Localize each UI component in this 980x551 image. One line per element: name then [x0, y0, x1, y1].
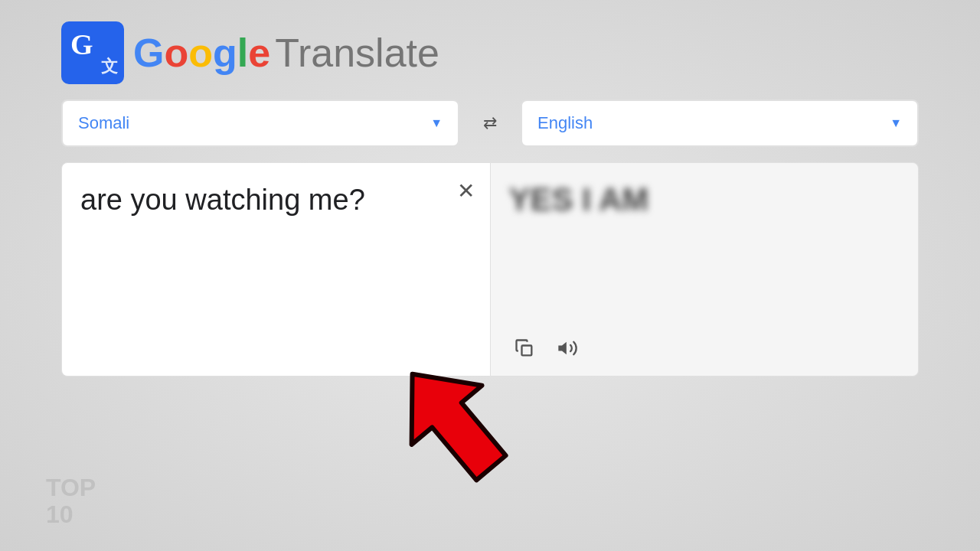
clear-source-button[interactable]: ✕ — [457, 178, 475, 204]
main-content: Somali ▼ ⇄ English ▼ are you watching me… — [0, 99, 980, 377]
swap-languages-button[interactable]: ⇄ — [472, 105, 508, 142]
source-text: are you watching me? — [80, 181, 472, 219]
letter-o1: o — [164, 31, 188, 75]
letter-o2: o — [188, 31, 213, 75]
translation-panels: are you watching me? ✕ YES I AM — [61, 162, 919, 377]
letter-e: e — [248, 31, 270, 75]
language-selector-row: Somali ▼ ⇄ English ▼ — [61, 99, 919, 147]
source-language-selector[interactable]: Somali ▼ — [61, 99, 459, 147]
target-language-arrow: ▼ — [890, 116, 902, 130]
google-wordmark: Google — [133, 33, 270, 73]
watermark-line2: 10 — [46, 501, 96, 528]
source-language-arrow: ▼ — [430, 116, 443, 130]
svg-marker-1 — [558, 342, 567, 354]
logo-zh: 文 — [101, 55, 118, 78]
logo-container: G 文 — [61, 21, 124, 84]
target-language-selector[interactable]: English ▼ — [521, 99, 919, 147]
logo-g: G — [70, 28, 93, 61]
source-panel: are you watching me? ✕ — [61, 162, 491, 377]
speak-translation-button[interactable] — [552, 333, 583, 364]
watermark-line1: TOP — [46, 474, 96, 501]
header: G 文 Google Translate — [0, 0, 980, 99]
svg-marker-2 — [377, 352, 527, 490]
watermark: TOP 10 — [46, 474, 96, 528]
translation-panel: YES I AM — [491, 162, 920, 377]
letter-g2: g — [213, 31, 237, 75]
speak-icon — [557, 337, 578, 359]
attention-arrow — [375, 352, 513, 474]
target-language-label: English — [537, 113, 593, 133]
product-label: Translate — [275, 30, 439, 76]
letter-l: l — [237, 31, 248, 75]
logo-icon: G 文 — [61, 21, 124, 84]
source-language-label: Somali — [78, 113, 129, 133]
brand-name: Google Translate — [133, 30, 439, 76]
translated-text: YES I AM — [509, 181, 900, 218]
letter-g: G — [133, 31, 164, 75]
